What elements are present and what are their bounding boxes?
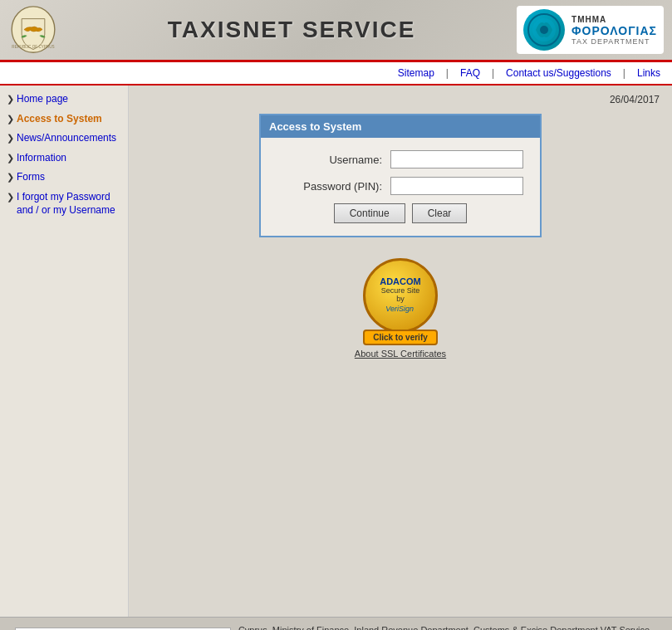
footer-links: Cyprus, Ministry of Finance, Inland Reve… xyxy=(231,625,657,630)
login-box-body: Username: Password (PIN): Continue Clear xyxy=(261,138,540,236)
tax-dept-text: ΤΜΗΜΑ ΦΟΡΟΛΟΓΙΑΣ TAX DEPARTMENT xyxy=(571,15,657,46)
password-label: Password (PIN): xyxy=(277,180,382,193)
forgot-password-link[interactable]: I forgot my Passwordand / or my Username xyxy=(17,191,115,217)
sidebar-item-access[interactable]: ❯ Access to System xyxy=(0,110,128,129)
news-link[interactable]: News/Announcements xyxy=(17,132,116,145)
footer-description: Cyprus, Ministry of Finance, Inland Reve… xyxy=(238,625,650,630)
footer-bottom: https://taxisnet.mof.gov.cy/basic/displa… xyxy=(8,622,664,630)
ssl-badge[interactable]: ADACOM Secure Site by VeriSign xyxy=(363,258,438,333)
faq-link[interactable]: FAQ xyxy=(457,66,483,81)
links-link[interactable]: Links xyxy=(634,66,664,81)
navbar: Sitemap | FAQ | Contact us/Suggestions |… xyxy=(0,62,672,85)
cyprus-logo: REPUBLIC OF CYPRUS xyxy=(8,5,58,55)
header-left: REPUBLIC OF CYPRUS xyxy=(8,5,66,55)
sidebar: ❯ Home page ❯ Access to System ❯ News/An… xyxy=(0,85,129,617)
secure-label: Secure Site xyxy=(380,286,421,295)
footer: https://taxisnet.mof.gov.cy/basic/displa… xyxy=(0,617,672,630)
sidebar-item-news[interactable]: ❯ News/Announcements xyxy=(0,129,128,149)
forms-link[interactable]: Forms xyxy=(17,171,45,184)
arrow-icon-access: ❯ xyxy=(7,114,14,125)
sidebar-item-home[interactable]: ❯ Home page xyxy=(0,90,128,110)
ssl-badge-container: ADACOM Secure Site by VeriSign Click to … xyxy=(355,258,446,359)
password-input[interactable] xyxy=(390,177,523,195)
forologias-label: ΦΟΡΟΛΟΓΙΑΣ xyxy=(571,24,657,37)
clear-button[interactable]: Clear xyxy=(412,203,468,223)
form-buttons: Continue Clear xyxy=(277,203,523,223)
arrow-icon-forgot: ❯ xyxy=(7,192,14,203)
arrow-icon-info: ❯ xyxy=(7,153,14,164)
home-page-link[interactable]: Home page xyxy=(17,93,68,106)
adacom-label: ADACOM xyxy=(380,276,421,286)
svg-text:VeriSign: VeriSign xyxy=(385,305,414,313)
access-system-link[interactable]: Access to System xyxy=(17,113,102,126)
information-link[interactable]: Information xyxy=(17,152,66,165)
svg-point-4 xyxy=(540,26,548,34)
ssl-badge-inner: ADACOM Secure Site by VeriSign xyxy=(380,276,421,315)
main-layout: ❯ Home page ❯ Access to System ❯ News/An… xyxy=(0,85,672,617)
svg-text:REPUBLIC OF CYPRUS: REPUBLIC OF CYPRUS xyxy=(12,45,54,49)
header-right: ΤΜΗΜΑ ΦΟΡΟΛΟΓΙΑΣ TAX DEPARTMENT xyxy=(517,6,664,54)
arrow-icon-forms: ❯ xyxy=(7,172,14,183)
header: REPUBLIC OF CYPRUS TAXISNET SERVICE ΤΜΗΜ… xyxy=(0,0,672,62)
site-title: TAXISNET SERVICE xyxy=(66,17,517,43)
click-verify-button[interactable]: Click to verify xyxy=(363,330,438,345)
by-label: by xyxy=(380,295,421,303)
continue-button[interactable]: Continue xyxy=(334,203,405,223)
username-input[interactable] xyxy=(390,150,523,168)
contact-link[interactable]: Contact us/Suggestions xyxy=(503,66,615,81)
nav-sep-3: | xyxy=(623,67,625,79)
click-verify-container: Click to verify xyxy=(355,331,446,345)
login-box-header: Access to System xyxy=(261,115,540,138)
arrow-icon-home: ❯ xyxy=(7,94,14,105)
header-title: TAXISNET SERVICE xyxy=(66,17,517,43)
sidebar-item-forgot[interactable]: ❯ I forgot my Passwordand / or my Userna… xyxy=(0,188,128,220)
sidebar-item-information[interactable]: ❯ Information xyxy=(0,149,128,168)
username-label: Username: xyxy=(277,154,382,166)
date-display: 26/04/2017 xyxy=(141,94,660,105)
password-row: Password (PIN): xyxy=(277,177,523,195)
ssl-area: ADACOM Secure Site by VeriSign Click to … xyxy=(141,258,660,359)
tax-department-label: TAX DEPARTMENT xyxy=(571,37,657,46)
verisign-label: VeriSign xyxy=(380,303,421,315)
nav-sep-1: | xyxy=(446,67,449,79)
username-row: Username: xyxy=(277,150,523,168)
tmima-label: ΤΜΗΜΑ xyxy=(571,15,657,24)
sidebar-item-forms[interactable]: ❯ Forms xyxy=(0,168,128,188)
login-box: Access to System Username: Password (PIN… xyxy=(259,114,542,237)
ssl-about-link[interactable]: About SSL Certificates xyxy=(355,349,446,359)
nav-sep-2: | xyxy=(492,67,494,79)
tax-dept-circle-icon xyxy=(523,9,565,51)
sitemap-link[interactable]: Sitemap xyxy=(395,66,438,81)
arrow-icon-news: ❯ xyxy=(7,133,14,144)
content-area: 26/04/2017 Access to System Username: Pa… xyxy=(129,85,672,617)
tax-dept-logo: ΤΜΗΜΑ ΦΟΡΟΛΟΓΙΑΣ TAX DEPARTMENT xyxy=(517,6,664,54)
